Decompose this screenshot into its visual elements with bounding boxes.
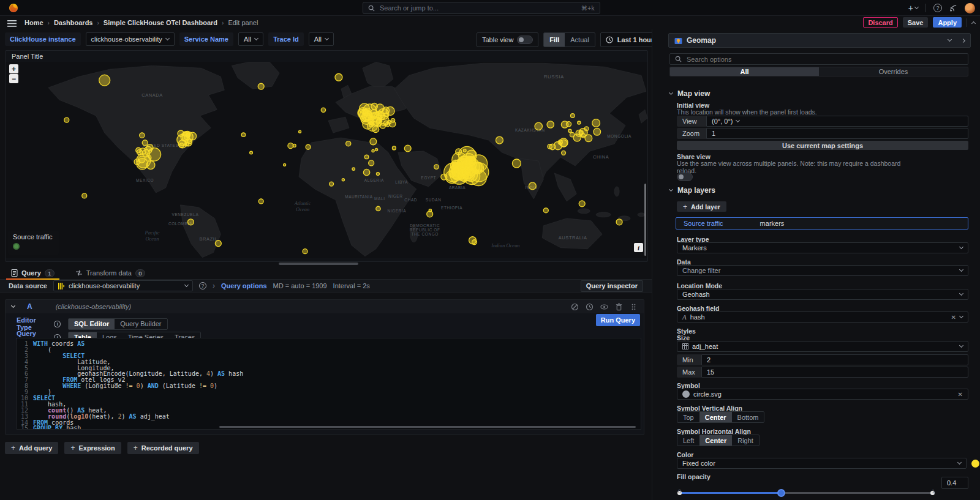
variable-label-1[interactable]: Service Name [179, 32, 233, 46]
map-zoom-in-button[interactable]: + [9, 64, 18, 73]
datasource-picker[interactable]: clickhouse-observability [53, 280, 193, 291]
halign-center[interactable]: Center [699, 435, 732, 446]
options-search-input[interactable] [685, 55, 963, 64]
discard-button[interactable]: Discard [863, 17, 897, 28]
section-map-layers[interactable]: Map layers [669, 186, 715, 195]
options-search[interactable] [669, 53, 968, 65]
sql-editor-hscrollbar[interactable] [219, 426, 636, 428]
zoom-input[interactable]: 1 [706, 128, 968, 139]
disable-query-icon[interactable] [571, 303, 579, 311]
query-history-icon[interactable] [586, 303, 594, 311]
variable-label-2[interactable]: Trace Id [268, 32, 304, 46]
options-tab-overrides[interactable]: Overrides [819, 67, 968, 76]
variable-value-0[interactable]: clickhouse-observability [86, 32, 175, 46]
section-map-view[interactable]: Map view [669, 89, 710, 98]
map-canvas[interactable]: RUSSIACANADAUNITED STATESMEXICOVENEZUELA… [6, 62, 647, 258]
close-options-icon[interactable] [961, 38, 965, 42]
fill-opacity-value[interactable]: 0.4 [941, 477, 968, 489]
add-layer-button[interactable]: +Add layer [677, 201, 726, 212]
fill-opacity-slider[interactable] [679, 488, 933, 497]
menu-icon[interactable] [7, 20, 17, 27]
recorded-query-button[interactable]: +Recorded query [127, 442, 199, 454]
datasource-help-icon[interactable]: ? [199, 282, 206, 289]
layer-item-source-traffic[interactable]: Source traffic markers [676, 217, 968, 229]
location-mode-select[interactable]: Geohash [677, 289, 968, 300]
zoom-label: Zoom [677, 128, 706, 139]
map-zoom-controls: + − [9, 64, 18, 83]
variable-value-1[interactable]: All [238, 32, 263, 46]
main-scrollbar[interactable] [644, 184, 646, 256]
valign-center[interactable]: Center [699, 412, 732, 422]
halign-right[interactable]: Right [732, 435, 759, 446]
add-button[interactable]: + [908, 3, 918, 13]
variable-label-0[interactable]: ClickHouse instance [5, 32, 81, 46]
layer-name[interactable]: Source traffic [684, 220, 723, 227]
breadcrumb-item-2[interactable]: Simple ClickHouse OTel Dashboard [104, 19, 217, 26]
valign-bottom[interactable]: Bottom [732, 412, 764, 422]
valign-top[interactable]: Top [677, 412, 699, 422]
hide-response-icon[interactable] [600, 303, 608, 311]
color-select[interactable]: Fixed color [677, 458, 967, 469]
world-map[interactable]: RUSSIACANADAUNITED STATESMEXICOVENEZUELA… [6, 62, 647, 258]
add-query-button[interactable]: +Add query [5, 442, 58, 454]
color-swatch[interactable] [971, 460, 979, 468]
apply-button[interactable]: Apply [933, 17, 962, 28]
sql-editor[interactable]: 1WITH coords AS2 (3 SELECT4 Latitude,5 L… [17, 338, 641, 430]
geohash-field-select[interactable]: A hash ✕ [677, 312, 968, 323]
geomap-panel[interactable]: Panel Title [5, 50, 648, 262]
query-options-toggle[interactable]: Query options [221, 282, 267, 289]
search-icon [368, 5, 375, 12]
table-view-toggle[interactable]: Table view [477, 32, 538, 47]
editor-type-sql-editor[interactable]: SQL Editor [69, 319, 115, 329]
run-query-button[interactable]: Run Query [596, 314, 640, 326]
display-fill[interactable]: Fill [544, 33, 565, 47]
halign-left[interactable]: Left [677, 435, 699, 446]
clear-icon[interactable]: ✕ [958, 391, 963, 398]
collapse-header-icon[interactable] [971, 21, 976, 25]
map-zoom-out-button[interactable]: − [9, 74, 18, 83]
clear-icon[interactable]: ✕ [951, 314, 956, 321]
options-tab-all[interactable]: All [670, 67, 819, 76]
slider-handle[interactable] [777, 489, 785, 497]
delete-query-icon[interactable] [615, 303, 623, 311]
panel-type-header[interactable]: Geomap [668, 33, 971, 48]
share-view-toggle[interactable] [677, 173, 693, 181]
query-options-chevron[interactable]: › [213, 282, 215, 290]
drag-handle-icon[interactable] [630, 303, 638, 311]
help-icon[interactable]: ? [933, 4, 942, 12]
use-current-map-settings-button[interactable]: Use current map settings [677, 141, 968, 150]
expression-button[interactable]: +Expression [64, 442, 121, 454]
svg-text:ARABIA: ARABIA [449, 185, 466, 190]
breadcrumb-item-0[interactable]: Home [24, 19, 43, 26]
size-field-select[interactable]: adj_heat [677, 341, 968, 352]
view-select[interactable]: (0°, 0°) [706, 116, 968, 127]
panel-type-chevron-icon[interactable] [948, 37, 952, 42]
symbol-select[interactable]: circle.svg ✕ [677, 389, 968, 400]
query-row-header[interactable]: A (clickhouse-observability) [6, 300, 644, 313]
breadcrumb-item-1[interactable]: Dashboards [54, 19, 93, 26]
table-view-switch[interactable] [517, 35, 533, 44]
grafana-logo-icon[interactable] [9, 3, 18, 13]
layer-type-select[interactable]: Markers [677, 242, 968, 253]
panel-resize-handle[interactable] [279, 263, 358, 265]
variable-value-2[interactable]: All [309, 32, 334, 46]
tab-query[interactable]: Query 1 [5, 267, 61, 279]
query-inspector-button[interactable]: Query inspector [581, 280, 643, 292]
collapse-query-icon[interactable] [11, 304, 15, 308]
info-icon[interactable]: i [54, 321, 61, 327]
table-view-label: Table view [482, 36, 513, 43]
min-label: Min [677, 354, 701, 365]
global-search[interactable]: ⌘+k [363, 2, 600, 14]
map-attribution-button[interactable]: i [634, 243, 643, 252]
min-input[interactable]: 2 [701, 354, 968, 365]
svg-text:MONGOLIA: MONGOLIA [607, 134, 631, 138]
user-avatar[interactable] [965, 3, 975, 13]
news-icon[interactable] [949, 4, 957, 12]
display-actual[interactable]: Actual [565, 33, 595, 47]
max-input[interactable]: 15 [701, 367, 968, 378]
data-select[interactable]: Change filter [677, 265, 968, 276]
editor-type-query-builder[interactable]: Query Builder [115, 319, 167, 329]
save-button[interactable]: Save [903, 17, 929, 28]
global-search-input[interactable] [379, 4, 578, 12]
tab-transform-data[interactable]: Transform data 0 [69, 267, 151, 279]
